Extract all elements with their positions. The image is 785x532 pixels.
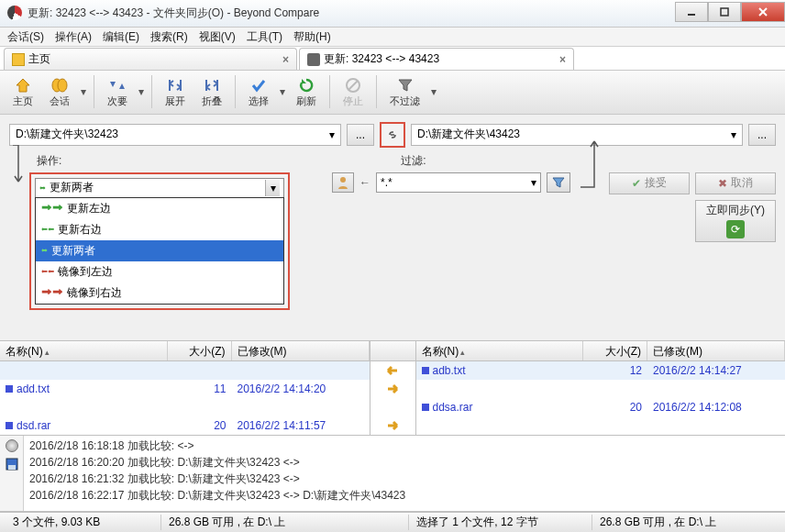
toolbar-expand[interactable]: 展开 [158, 74, 193, 110]
cancel-button[interactable]: ✖取消 [695, 172, 776, 194]
toolbar-nofilter[interactable]: 不过滤 [382, 74, 427, 110]
menu-session[interactable]: 会话(S) [7, 29, 44, 45]
log-line: 2016/2/18 16:21:32 加载比较: D:\新建文件夹\32423 … [29, 471, 779, 487]
table-row[interactable] [416, 380, 786, 398]
toolbar-session[interactable]: 会话 [42, 74, 77, 110]
arrow-left-icon: ⬅⬅ [41, 223, 54, 236]
window-title: 更新: 32423 <--> 43423 - 文件夹同步(O) - Beyond… [28, 6, 319, 21]
sync-now-button[interactable]: 立即同步(Y) ⟳ [695, 200, 776, 242]
svg-point-9 [340, 177, 346, 183]
ops-selected: 更新两者 [50, 180, 94, 195]
ops-dropdown: ⮕⮕更新左边 ⬅⬅更新右边 ⬌更新两者 ⬅⬅镜像到左边 ⮕⮕镜像到右边 [35, 197, 284, 305]
refresh-icon [297, 76, 315, 94]
table-row[interactable]: ddsa.rar202016/2/2 14:12:08 [416, 398, 786, 416]
ops-option-selected[interactable]: ⬌更新两者 [36, 240, 283, 261]
apply-filter-button[interactable] [547, 172, 570, 193]
select-dropdown-caret[interactable]: ▾ [278, 85, 287, 98]
toolbar-refresh[interactable]: 刷新 [289, 74, 324, 110]
status-left-disk: 26.8 GB 可用 , 在 D:\ 上 [161, 515, 409, 530]
disc-icon[interactable] [6, 439, 18, 452]
home-icon [14, 76, 32, 94]
svg-line-8 [348, 81, 358, 90]
svg-point-6 [58, 79, 67, 92]
table-row[interactable] [416, 416, 786, 435]
arrow-right-icon: ⮕⮕ [41, 202, 63, 215]
sync-session-icon [307, 53, 320, 66]
ops-label: 操作: [37, 153, 61, 169]
col-name[interactable]: 名称(N)▴ [416, 341, 584, 360]
person-filter-button[interactable] [332, 172, 354, 193]
menu-actions[interactable]: 操作(A) [55, 29, 92, 45]
x-icon: ✖ [718, 177, 727, 190]
tab-close-icon[interactable]: × [559, 53, 566, 66]
col-name[interactable]: 名称(N)▴ [0, 341, 168, 360]
table-row[interactable]: add.txt112016/2/2 14:14:20 [0, 380, 370, 398]
nofilter-dropdown-caret[interactable]: ▾ [429, 85, 438, 98]
table-row[interactable]: dsd.rar202016/2/2 14:11:57 [0, 416, 370, 435]
svg-rect-1 [721, 8, 728, 16]
funnel-icon [396, 76, 415, 94]
col-modified[interactable]: 已修改(M) [647, 341, 785, 360]
left-browse-button[interactable]: ... [347, 124, 374, 146]
menu-tools[interactable]: 工具(T) [247, 29, 282, 45]
menu-edit[interactable]: 编辑(E) [103, 29, 139, 45]
menu-view[interactable]: 视图(V) [199, 29, 236, 45]
right-browse-button[interactable]: ... [748, 124, 776, 146]
filter-input[interactable]: *.*▾ [376, 172, 541, 193]
tab-close-icon[interactable]: × [282, 53, 289, 66]
log-line: 2016/2/18 16:22:17 加载比较: D:\新建文件夹\32423 … [29, 487, 779, 504]
ops-option[interactable]: ⬅⬅镜像到左边 [36, 261, 283, 283]
ops-combo[interactable]: ⬌更新两者 ▾ [35, 178, 284, 198]
minimize-button[interactable] [675, 2, 708, 22]
filter-label: 过滤: [401, 153, 426, 169]
chevron-down-icon[interactable]: ▾ [731, 128, 736, 141]
tab-active[interactable]: 更新: 32423 <--> 43423 × [299, 48, 574, 70]
link-paths-button[interactable] [380, 122, 405, 148]
left-pane: 名称(N)▴ 大小(Z) 已修改(M) add.txt112016/2/2 14… [0, 341, 370, 435]
table-header: 名称(N)▴ 大小(Z) 已修改(M) [416, 341, 786, 361]
toolbar-stop: 停止 [336, 74, 370, 110]
ops-option[interactable]: ⮕⮕更新左边 [36, 198, 283, 219]
table-row[interactable]: adb.txt122016/2/2 14:14:27 [416, 361, 786, 380]
save-icon[interactable] [6, 458, 18, 471]
menu-help[interactable]: 帮助(H) [293, 29, 331, 45]
menu-bar: 会话(S) 操作(A) 编辑(E) 搜索(R) 视图(V) 工具(T) 帮助(H… [0, 28, 785, 48]
toolbar-select[interactable]: 选择 [241, 74, 276, 110]
paths-row: D:\新建文件夹\32423▾ ... D:\新建文件夹\43423▾ ... [0, 115, 785, 151]
direction-column [370, 341, 416, 435]
collapse-icon [203, 76, 221, 94]
tab-home-label: 主页 [28, 51, 50, 67]
table-row[interactable] [0, 398, 370, 416]
maximize-button[interactable] [708, 2, 741, 22]
left-path-input[interactable]: D:\新建文件夹\32423▾ [9, 124, 341, 146]
right-pane: 名称(N)▴ 大小(Z) 已修改(M) adb.txt122016/2/2 14… [416, 341, 786, 435]
chevron-down-icon[interactable]: ▾ [329, 128, 335, 141]
log-pane: 2016/2/18 16:18:18 加载比较: <-> 2016/2/18 1… [0, 436, 785, 512]
connector-arrow-icon [9, 145, 28, 191]
col-size[interactable]: 大小(Z) [583, 341, 647, 360]
menu-search[interactable]: 搜索(R) [150, 29, 188, 45]
stop-icon [344, 76, 362, 94]
labels-row: 操作: 过滤: [0, 151, 785, 172]
toolbar-secondary[interactable]: 次要 [100, 74, 135, 110]
session-dropdown-caret[interactable]: ▾ [79, 85, 88, 98]
double-arrow-icon: ⬌ [41, 244, 48, 257]
tab-strip: 主页 × 更新: 32423 <--> 43423 × [0, 47, 785, 71]
secondary-dropdown-caret[interactable]: ▾ [137, 85, 146, 98]
ops-option[interactable]: ⬅⬅更新右边 [36, 219, 283, 240]
table-row[interactable] [0, 361, 370, 380]
chevron-down-icon[interactable]: ▾ [531, 176, 536, 189]
table-header: 名称(N)▴ 大小(Z) 已修改(M) [0, 341, 370, 361]
accept-button[interactable]: ✔接受 [609, 172, 690, 194]
person-icon [337, 176, 349, 189]
toolbar-home[interactable]: 主页 [6, 74, 40, 110]
toolbar-collapse[interactable]: 折叠 [194, 74, 229, 110]
ops-option[interactable]: ⮕⮕镜像到右边 [36, 283, 283, 304]
tab-home[interactable]: 主页 × [4, 48, 297, 70]
close-button[interactable] [741, 2, 785, 22]
title-bar: 更新: 32423 <--> 43423 - 文件夹同步(O) - Beyond… [0, 0, 785, 28]
sync-icon: ⟳ [726, 220, 745, 238]
col-size[interactable]: 大小(Z) [168, 341, 232, 360]
chevron-down-icon[interactable]: ▾ [265, 180, 280, 196]
col-modified[interactable]: 已修改(M) [232, 341, 370, 360]
